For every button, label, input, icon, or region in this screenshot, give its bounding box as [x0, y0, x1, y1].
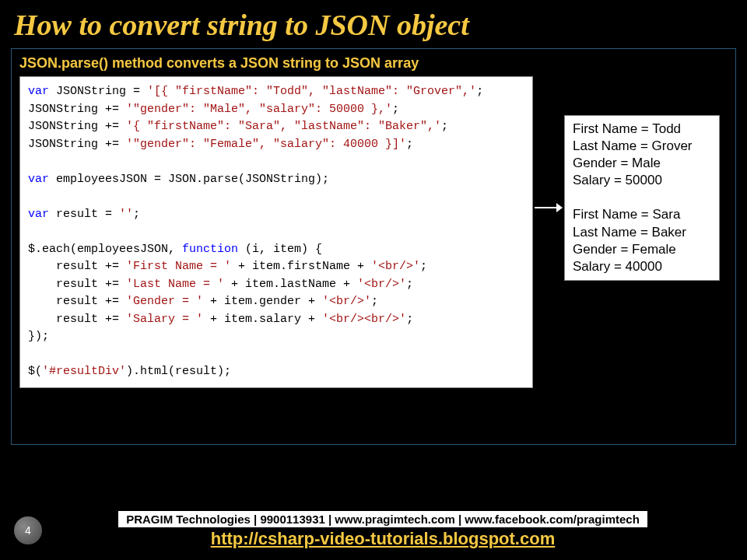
arrow-column	[533, 76, 564, 215]
arrow-right-icon	[535, 201, 563, 215]
output-block: First Name = Todd Last Name = Grover Gen…	[564, 115, 720, 281]
footer: 4 PRAGIM Technologies | 9900113931 | www…	[0, 511, 747, 549]
footer-link[interactable]: http://csharp-video-tutorials.blogspot.c…	[65, 529, 700, 549]
code-block: var JSONString = '[{ "firstName": "Todd"…	[19, 76, 533, 388]
slide-title: How to convert string to JSON object	[0, 0, 747, 48]
page-number-badge: 4	[14, 516, 42, 544]
svg-marker-1	[556, 203, 563, 212]
footer-info: PRAGIM Technologies | 9900113931 | www.p…	[118, 511, 647, 527]
main-content: JSON.parse() method converts a JSON stri…	[11, 48, 736, 445]
subtitle: JSON.parse() method converts a JSON stri…	[19, 55, 728, 76]
